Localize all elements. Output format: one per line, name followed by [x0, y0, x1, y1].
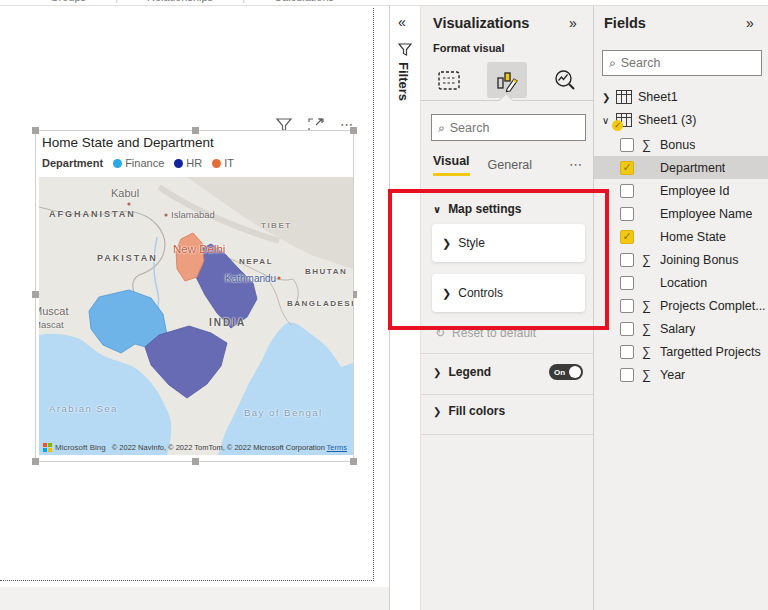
reset-to-default[interactable]: ↻ Reset to default — [435, 326, 536, 340]
fill-colors-section[interactable]: ❯ Fill colors — [433, 404, 583, 418]
powerbi-window: Groups | Relationships | Calculations ⋯ … — [0, 0, 768, 610]
resize-handle[interactable] — [32, 291, 39, 298]
reset-icon: ↻ — [435, 326, 445, 340]
page-boundary-horizontal — [0, 580, 374, 581]
style-card[interactable]: ❯ Style — [432, 224, 585, 262]
map-attribution: Microsoft Bing © 2022 NavInfo, © 2022 To… — [39, 443, 353, 452]
legend-item-hr[interactable]: HR — [174, 157, 202, 169]
field-row-joining-bonus[interactable]: ∑ Joining Bonus — [594, 248, 768, 271]
field-row-location[interactable]: Location — [594, 271, 768, 294]
chevron-right-icon: ❯ — [602, 92, 612, 103]
format-visual-icon[interactable] — [487, 62, 527, 98]
controls-card[interactable]: ❯ Controls — [432, 274, 585, 312]
tab-general[interactable]: General — [488, 158, 532, 172]
format-visual-label: Format visual — [433, 42, 505, 54]
fields-pane: Fields » ⌕ ❯ Sheet1 ∨ ✓ Sheet1 (3) ∑ Bon… — [594, 6, 768, 610]
resize-handle[interactable] — [350, 458, 357, 465]
search-icon: ⌕ — [438, 121, 445, 135]
visualizations-title: Visualizations — [433, 15, 529, 31]
analytics-icon[interactable] — [545, 62, 585, 98]
checkbox[interactable] — [620, 184, 634, 198]
checkbox-checked[interactable] — [620, 230, 634, 244]
ribbon-item-relationships[interactable]: Relationships — [147, 0, 213, 3]
map-label-afghanistan: AFGHANISTAN — [49, 209, 136, 219]
collapse-visualizations-icon[interactable]: » — [569, 15, 577, 31]
map-label-mascat: Mascat — [39, 319, 64, 330]
table-sheet1-3[interactable]: ∨ ✓ Sheet1 (3) — [594, 109, 768, 131]
checkbox[interactable] — [620, 138, 634, 152]
sigma-icon: ∑ — [642, 368, 658, 382]
toggle-knob — [569, 366, 581, 378]
resize-handle[interactable] — [192, 127, 199, 134]
tabs-more-icon[interactable]: ⋯ — [569, 161, 583, 169]
finance-color-dot — [113, 159, 122, 168]
microsoft-logo-icon — [43, 443, 52, 452]
format-search-box[interactable]: ⌕ — [431, 114, 586, 141]
resize-handle[interactable] — [32, 127, 39, 134]
map-label-pakistan: PAKISTAN — [97, 253, 158, 263]
checkbox[interactable] — [620, 253, 634, 267]
chevron-right-icon: ❯ — [442, 287, 451, 300]
checkbox[interactable] — [620, 207, 634, 221]
visual-title: Home State and Department — [42, 135, 214, 150]
terms-link[interactable]: Terms — [327, 443, 347, 452]
map-label-bay-of-bengal: Bay of Bengal — [244, 407, 323, 418]
table-sheet1[interactable]: ❯ Sheet1 — [594, 86, 768, 108]
sigma-icon: ∑ — [642, 253, 658, 267]
legend-toggle[interactable]: On — [549, 364, 583, 380]
fields-search-box[interactable]: ⌕ — [602, 50, 762, 76]
field-row-employee-id[interactable]: Employee Id — [594, 179, 768, 202]
build-visual-icon[interactable] — [429, 62, 469, 98]
checkbox[interactable] — [620, 345, 634, 359]
format-search-input[interactable] — [450, 121, 579, 135]
copyright-text: © 2022 NavInfo, © 2022 TomTom, © 2022 Mi… — [112, 443, 327, 452]
map-label-tibet: TIBET — [261, 221, 292, 230]
chevron-right-icon: ❯ — [433, 367, 441, 378]
checkbox[interactable] — [620, 322, 634, 336]
page-boundary-vertical — [373, 8, 374, 581]
divider — [421, 434, 594, 435]
checkbox[interactable] — [620, 368, 634, 382]
fields-title: Fields — [604, 15, 646, 31]
map-label-islamabad: Islamabad — [171, 209, 215, 220]
field-row-salary[interactable]: ∑ Salary — [594, 317, 768, 340]
expand-filters-icon[interactable]: « — [398, 14, 406, 30]
field-row-projects-completed[interactable]: ∑ Projects Complet... — [594, 294, 768, 317]
checkbox[interactable] — [620, 299, 634, 313]
map-label-kabul: Kabul — [111, 187, 139, 199]
legend-section[interactable]: ❯ Legend On — [433, 364, 583, 380]
field-row-targetted-projects[interactable]: ∑ Targetted Projects — [594, 340, 768, 363]
ribbon-item-groups[interactable]: Groups — [50, 0, 86, 3]
field-row-home-state[interactable]: Home State — [594, 225, 768, 248]
ribbon-item-calculations[interactable]: Calculations — [274, 0, 334, 3]
tab-visual[interactable]: Visual — [433, 154, 470, 176]
field-row-department[interactable]: Department — [594, 156, 768, 179]
collapse-fields-icon[interactable]: » — [746, 15, 754, 31]
chevron-right-icon: ❯ — [442, 237, 451, 250]
field-row-bonus[interactable]: ∑ Bonus — [594, 133, 768, 156]
field-row-year[interactable]: ∑ Year — [594, 363, 768, 386]
fields-search-input[interactable] — [621, 56, 755, 70]
legend-item-finance[interactable]: Finance — [113, 157, 164, 169]
bing-logo[interactable]: Microsoft Bing — [43, 443, 106, 452]
checkbox-checked[interactable] — [620, 161, 634, 175]
resize-handle[interactable] — [192, 458, 199, 465]
divider — [421, 353, 594, 354]
hr-color-dot — [174, 159, 183, 168]
visualizations-pane: Visualizations » Format visual ⌕ Visual … — [420, 6, 593, 610]
table-checked-badge: ✓ — [612, 120, 623, 131]
it-color-dot — [212, 159, 221, 168]
chevron-down-icon: ∨ — [602, 115, 612, 126]
filters-pane-collapsed: « Filters — [390, 6, 420, 610]
map-settings-header[interactable]: ∨ Map settings — [433, 202, 521, 216]
divider — [421, 394, 594, 395]
checkbox[interactable] — [620, 276, 634, 290]
field-row-employee-name[interactable]: Employee Name — [594, 202, 768, 225]
map-visual[interactable]: Home State and Department Department Fin… — [35, 130, 354, 462]
legend-item-it[interactable]: IT — [212, 157, 234, 169]
filters-pane-title: Filters — [396, 62, 411, 101]
bing-map[interactable]: Kabul AFGHANISTAN Islamabad TIBET PAKIST… — [39, 177, 353, 455]
resize-handle[interactable] — [32, 458, 39, 465]
resize-handle[interactable] — [350, 127, 357, 134]
table-icon — [616, 90, 632, 104]
